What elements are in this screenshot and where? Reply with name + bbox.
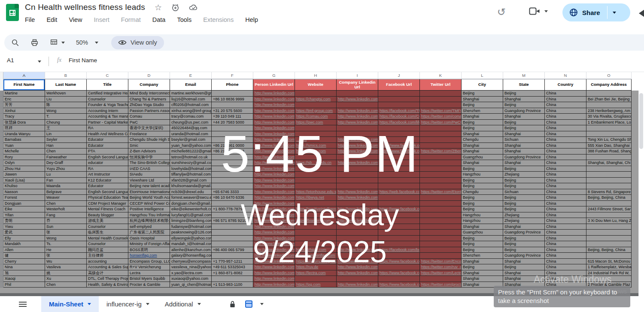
view-only-chip[interactable]: View only xyxy=(111,36,164,49)
tab-dropdown-caret[interactable] xyxy=(197,303,201,305)
header-cell-first-name[interactable]: First Name xyxy=(3,79,45,91)
all-sheets-menu-icon[interactable] xyxy=(19,302,27,307)
zoom-dropdown-caret[interactable] xyxy=(95,42,98,44)
menu-format: Format xyxy=(121,16,141,23)
share-label: Share xyxy=(582,9,600,16)
row-gutter xyxy=(0,72,3,79)
column-letter-O[interactable]: O xyxy=(586,72,632,79)
grid-filler xyxy=(632,72,644,79)
collapse-panel-arrow[interactable] xyxy=(639,9,644,18)
watermark-line1: Activate Windows xyxy=(534,274,627,285)
formula-bar: A1 fx First Name xyxy=(0,51,644,72)
share-dropdown-caret[interactable] xyxy=(613,12,616,14)
column-letters-row: ABCDEFGHIJKLMNO xyxy=(0,72,644,79)
header-cell-person-linkedin-url[interactable]: Person Linkedin Url xyxy=(253,79,295,91)
header-cell-website[interactable]: Website xyxy=(295,79,337,91)
clock-day: Wednesday xyxy=(105,200,535,230)
formula-bar-divider xyxy=(49,57,49,66)
name-box[interactable]: A1 xyxy=(7,57,14,64)
menu-edit[interactable]: Edit xyxy=(46,16,57,23)
sheet-switcher-icon[interactable] xyxy=(245,300,252,308)
meet-camera-icon[interactable] xyxy=(529,7,540,15)
toolbar: 50% View only xyxy=(4,34,644,51)
clock-overlay: 5:45 PM Wednesday 9/24/2025 xyxy=(105,128,535,267)
star-icon[interactable]: ☆ xyxy=(155,3,162,12)
camera-dropdown-caret[interactable] xyxy=(544,10,548,12)
formula-bar-value[interactable]: First Name xyxy=(69,57,97,64)
sheet-tabs: Main-Sheetinfluencer-igAdditional xyxy=(41,296,209,312)
column-letter-D[interactable]: D xyxy=(128,72,170,79)
header-cell-twitter-url[interactable]: Twitter Url xyxy=(420,79,462,91)
tab-additional[interactable]: Additional xyxy=(157,296,209,312)
grid-filler xyxy=(632,79,644,91)
menu-help[interactable]: Help xyxy=(245,16,258,23)
menu-view[interactable]: View xyxy=(69,16,82,23)
menu-extensions: Extensions xyxy=(203,16,234,23)
column-letter-I[interactable]: I xyxy=(337,72,378,79)
spreadsheet-grid: ABCDEFGHIJKLMNO First NameLast NameTitle… xyxy=(0,72,644,296)
column-letter-E[interactable]: E xyxy=(170,72,212,79)
header-cell-last-name[interactable]: Last Name xyxy=(45,79,87,91)
tab-influencer-ig[interactable]: influencer-ig xyxy=(99,296,157,312)
view-only-label: View only xyxy=(131,39,157,46)
vertical-scrollbar-thumb[interactable] xyxy=(639,93,643,149)
menu-file[interactable]: File xyxy=(25,16,35,23)
column-letter-H[interactable]: H xyxy=(295,72,337,79)
paint-format-icon[interactable] xyxy=(50,39,58,47)
column-letter-G[interactable]: G xyxy=(253,72,295,79)
vertical-scrollbar[interactable] xyxy=(638,91,644,296)
menu-data[interactable]: Data xyxy=(152,16,166,23)
zoom-level[interactable]: 50% xyxy=(76,39,88,46)
column-letter-N[interactable]: N xyxy=(545,72,586,79)
column-letter-B[interactable]: B xyxy=(45,72,87,79)
print-icon[interactable] xyxy=(30,39,39,47)
column-letter-M[interactable]: M xyxy=(503,72,545,79)
tab-label: influencer-ig xyxy=(106,300,142,308)
header-cell-facebook-url[interactable]: Facebook Url xyxy=(378,79,420,91)
tab-main-sheet[interactable]: Main-Sheet xyxy=(41,296,99,312)
header-cell-email[interactable]: Email xyxy=(170,79,212,91)
name-box-caret[interactable] xyxy=(38,61,41,63)
header-cell-company-address[interactable]: Company Address xyxy=(586,79,632,91)
column-letter-L[interactable]: L xyxy=(462,72,503,79)
cloud-saved-icon xyxy=(189,3,198,11)
tab-label: Main-Sheet xyxy=(49,300,83,308)
menu-tools[interactable]: Tools xyxy=(177,16,191,23)
lock-icon xyxy=(229,300,236,308)
version-history-icon[interactable]: ↺ xyxy=(497,6,506,18)
tab-dropdown-caret[interactable] xyxy=(146,303,149,305)
column-letter-A[interactable]: A xyxy=(3,72,45,79)
header-cell-title[interactable]: Title xyxy=(87,79,128,91)
clock-time: 5:45 PM xyxy=(105,128,535,179)
fx-icon: fx xyxy=(57,57,61,64)
search-icon[interactable] xyxy=(11,39,19,47)
column-letter-F[interactable]: F xyxy=(212,72,253,79)
column-letter-C[interactable]: C xyxy=(87,72,128,79)
header-cell-phone[interactable]: Phone xyxy=(212,79,253,91)
column-letter-K[interactable]: K xyxy=(420,72,462,79)
eye-icon xyxy=(118,39,127,45)
header-row: First NameLast NameTitleCompanyEmailPhon… xyxy=(0,79,644,91)
column-letter-J[interactable]: J xyxy=(378,72,420,79)
share-button[interactable]: Share xyxy=(562,3,630,21)
share-divider xyxy=(607,6,608,19)
row-gutter xyxy=(0,79,3,91)
paint-format-caret[interactable] xyxy=(61,42,65,44)
tab-dropdown-caret[interactable] xyxy=(88,303,91,305)
menu-insert: Insert xyxy=(94,16,109,23)
tab-label: Additional xyxy=(165,300,193,308)
top-bar: Cn Health wellness fitness leads ☆ FileE… xyxy=(0,0,644,34)
sheets-logo-icon[interactable] xyxy=(6,4,19,21)
document-title[interactable]: Cn Health wellness fitness leads xyxy=(25,3,145,12)
header-cell-city[interactable]: City xyxy=(462,79,503,91)
header-cell-company[interactable]: Company xyxy=(128,79,170,91)
logo-fold xyxy=(15,4,19,8)
alarm-add-icon[interactable] xyxy=(171,3,179,12)
header-cell-country[interactable]: Country xyxy=(545,79,586,91)
globe-icon xyxy=(569,8,578,17)
menu-bar: FileEditViewInsertFormatDataToolsExtensi… xyxy=(25,16,258,23)
header-cell-company-linkedin-url[interactable]: Company Linkedin Url xyxy=(337,79,378,91)
header-cell-state[interactable]: State xyxy=(503,79,545,91)
clock-date: 9/24/2025 xyxy=(105,237,535,267)
tabbar-dropdown-caret[interactable] xyxy=(260,303,264,305)
